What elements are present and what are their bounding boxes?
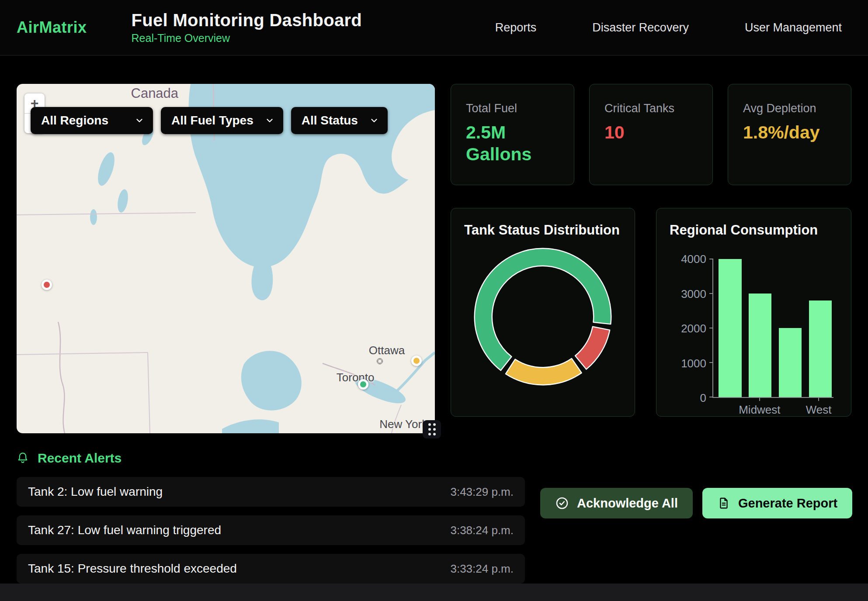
alert-row[interactable]: Tank 2: Low fuel warning 3:43:29 p.m. [17, 477, 525, 507]
status-filter-value: All Status [302, 114, 358, 128]
bar-region-1[interactable] [719, 259, 741, 397]
region-filter-select[interactable]: All Regions [31, 107, 153, 134]
y-axis-tick [709, 293, 713, 294]
donut-chart [464, 244, 621, 389]
y-axis-tick-label: 2000 [681, 322, 706, 335]
y-axis-tick-label: 4000 [681, 252, 706, 266]
fuel-type-filter-value: All Fuel Types [171, 114, 253, 128]
fuel-monitoring-dashboard: AirMatrix Fuel Monitoring Dashboard Real… [0, 0, 868, 601]
donut-segment-warning[interactable] [506, 359, 582, 385]
chevron-down-icon [369, 116, 379, 125]
stat-value: 10 [604, 121, 698, 143]
map-label-canada: Canada [131, 86, 179, 101]
map-marker-normal[interactable] [358, 379, 368, 390]
acknowledge-all-label: Acknowledge All [577, 496, 678, 511]
page-title: Fuel Monitoring Dashboard [132, 10, 362, 30]
y-axis-tick [709, 362, 713, 363]
stat-card-critical-tanks: Critical Tanks 10 [589, 84, 713, 185]
y-axis: 01000200030004000 [676, 259, 712, 398]
map-panel: CanadaOttawaTorontoNew York + − All Regi… [17, 84, 435, 433]
alerts-list: Recent Alerts Tank 2: Low fuel warning 3… [17, 451, 525, 584]
y-axis-tick-label: 1000 [681, 356, 706, 370]
alert-message: Tank 27: Low fuel warning triggered [28, 523, 221, 537]
main-nav: Reports Disaster Recovery User Managemen… [495, 21, 842, 35]
drag-handle-icon[interactable] [423, 420, 441, 439]
alert-time: 3:38:24 p.m. [450, 524, 514, 537]
chevron-down-icon [265, 116, 274, 125]
charts-row: Tank Status Distribution Regional Consum… [451, 208, 851, 417]
x-axis-tick [818, 397, 819, 401]
y-axis-tick-label: 3000 [681, 287, 706, 300]
region-filter-value: All Regions [41, 114, 108, 128]
alerts-header: Recent Alerts [17, 451, 525, 466]
donut-segment-critical[interactable] [575, 327, 610, 370]
bar-west[interactable] [809, 300, 832, 397]
alert-message: Tank 15: Pressure threshold exceeded [28, 562, 237, 576]
bar-chart: 01000200030004000 MidwestWest [670, 259, 838, 398]
alert-row[interactable]: Tank 15: Pressure threshold exceeded 3:3… [17, 554, 525, 584]
map-filters: All Regions All Fuel Types All Status [31, 107, 388, 134]
nav-user-management[interactable]: User Management [745, 21, 842, 35]
title-block: Fuel Monitoring Dashboard Real-Time Over… [132, 10, 362, 45]
x-axis-tick-label: Midwest [739, 403, 780, 417]
tank-status-distribution-card: Tank Status Distribution [451, 208, 635, 417]
map-marker-warning[interactable] [411, 356, 422, 366]
stat-label: Critical Tanks [604, 102, 698, 115]
alerts-title: Recent Alerts [38, 451, 122, 466]
file-text-icon [717, 497, 730, 510]
x-axis-tick [759, 397, 760, 401]
stat-value: 1.8%/day [743, 121, 836, 143]
stat-card-avg-depletion: Avg Depletion 1.8%/day [728, 84, 851, 185]
status-filter-select[interactable]: All Status [291, 107, 388, 134]
chevron-down-icon [135, 116, 144, 125]
acknowledge-all-button[interactable]: Acknowledge All [540, 488, 693, 518]
nav-disaster-recovery[interactable]: Disaster Recovery [592, 21, 689, 35]
map-label-new-york: New York [379, 418, 427, 431]
bell-icon [17, 452, 29, 465]
y-axis-tick [709, 328, 713, 328]
alert-time: 3:43:29 p.m. [450, 485, 514, 499]
action-buttons: Acknowledge All Generate Report [540, 488, 852, 584]
generate-report-button[interactable]: Generate Report [702, 488, 852, 518]
bottom-bar [0, 584, 868, 601]
main-content: CanadaOttawaTorontoNew York + − All Regi… [0, 55, 868, 433]
stats-row: Total Fuel 2.5M Gallons Critical Tanks 1… [451, 84, 851, 185]
bar-midwest[interactable] [749, 294, 771, 397]
nav-reports[interactable]: Reports [495, 21, 537, 35]
chart-title: Tank Status Distribution [464, 222, 621, 238]
stat-label: Avg Depletion [743, 102, 836, 115]
check-circle-icon [555, 496, 569, 510]
bar-chart-plot: MidwestWest [712, 259, 833, 398]
x-axis-tick-label: West [806, 403, 832, 417]
alert-row[interactable]: Tank 27: Low fuel warning triggered 3:38… [17, 515, 525, 545]
y-axis-tick [709, 259, 713, 259]
town-symbol-icon [377, 358, 383, 364]
page-subtitle: Real-Time Overview [132, 32, 362, 45]
brand-logo: AirMatrix [17, 18, 87, 37]
regional-consumption-card: Regional Consumption 01000200030004000 M… [656, 208, 851, 417]
header: AirMatrix Fuel Monitoring Dashboard Real… [0, 0, 868, 55]
y-axis-tick [709, 397, 713, 397]
alert-rows: Tank 2: Low fuel warning 3:43:29 p.m. Ta… [17, 477, 525, 584]
alerts-section: Recent Alerts Tank 2: Low fuel warning 3… [0, 433, 868, 584]
y-axis-tick-label: 0 [700, 391, 706, 405]
right-column: Total Fuel 2.5M Gallons Critical Tanks 1… [451, 84, 851, 433]
stat-label: Total Fuel [466, 102, 559, 115]
alert-time: 3:33:24 p.m. [450, 562, 514, 576]
map-label-ottawa: Ottawa [369, 344, 405, 357]
fuel-type-filter-select[interactable]: All Fuel Types [161, 107, 283, 134]
alert-message: Tank 2: Low fuel warning [28, 485, 163, 499]
map-marker-critical[interactable] [42, 280, 52, 290]
chart-title: Regional Consumption [670, 222, 838, 238]
map-label-toronto: Toronto [337, 371, 375, 384]
stat-value: 2.5M Gallons [466, 121, 559, 165]
bar-region-3[interactable] [779, 328, 802, 397]
generate-report-label: Generate Report [738, 496, 837, 511]
map[interactable]: CanadaOttawaTorontoNew York [17, 84, 435, 433]
stat-card-total-fuel: Total Fuel 2.5M Gallons [451, 84, 574, 185]
